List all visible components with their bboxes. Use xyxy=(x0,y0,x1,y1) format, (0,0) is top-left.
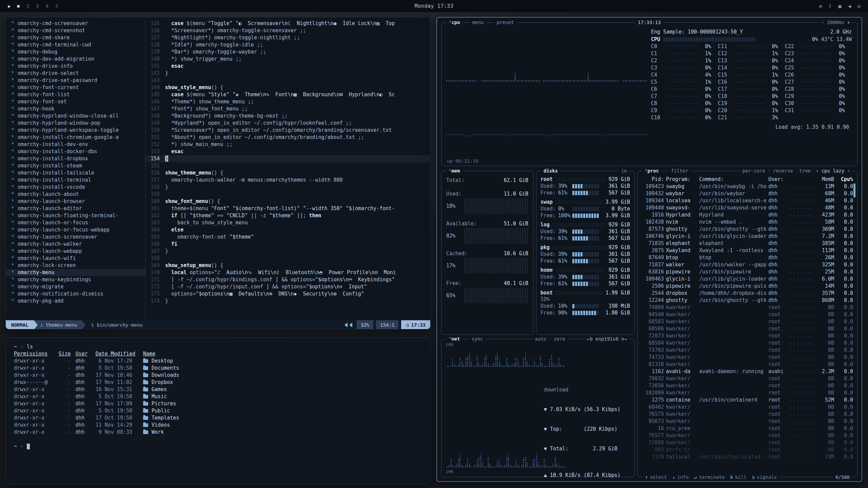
file-tree-item[interactable]: *omarchy-launch-browser xyxy=(6,198,145,205)
process-row[interactable]: 87573ghostty/usr/bin/ghostty --gtk-dhh⠄⠄… xyxy=(637,226,857,233)
auto-button[interactable]: auto xyxy=(532,336,549,342)
code-line[interactable]: 173 options="$options\n▦ Defaults\n⊕ DNS… xyxy=(145,290,430,298)
code-line[interactable]: 135 case $(menu "Toggle" "◐ Screensaver\… xyxy=(145,20,430,27)
process-row[interactable]: 73703kworker/root⠄⠄⠄⠄⠄⠄⠄⠄0B0.0 xyxy=(637,347,857,354)
column-cpu[interactable]: Cpu% xyxy=(836,176,853,183)
code-line[interactable]: 137 *Nightlight*) omarchy-toggle-nightli… xyxy=(145,34,430,41)
code-line[interactable]: 143 xyxy=(145,77,430,84)
column-user[interactable]: User: xyxy=(768,176,787,183)
code-line[interactable]: 151 *About*) open_in_editor ~/.config/om… xyxy=(145,134,430,141)
file-tree[interactable]: *omarchy-cmd-screensaver*omarchy-cmd-scr… xyxy=(6,17,145,320)
code-line[interactable]: 171 [ -f ~/.config/hypr/bindings.conf ] … xyxy=(145,276,430,283)
file-tree-item[interactable]: *omarchy-launch-editor xyxy=(6,205,145,212)
code-editor[interactable]: 135 case $(menu "Toggle" "◐ Screensaver\… xyxy=(145,17,430,320)
process-row[interactable]: 71835elephantelephantdhh⠄⠄⠄⠄⠄⠄⠄⠄385M0.0 xyxy=(637,240,857,247)
file-tree-item[interactable]: *omarchy-font-list xyxy=(6,91,145,98)
process-scrollbar[interactable] xyxy=(853,183,855,198)
process-row[interactable]: 76577kworker/root⠄⠄⠄⠄⠄⠄⠄⠄0B0.0 xyxy=(637,432,857,439)
file-tree-item[interactable]: *omarchy-install-chromium-google-a xyxy=(6,134,145,141)
reverse-button[interactable]: reverse xyxy=(771,167,795,174)
code-line[interactable]: 150 *Screensaver*) open_in_editor ~/.con… xyxy=(145,127,430,134)
process-row[interactable]: 72088kworker/root⠄⠄⠄⠄⠄⠄⠄⠄0B0.0 xyxy=(637,439,857,446)
process-row[interactable]: 2075XwaylandXwayland :1 -rootless -dhh⠄⠄… xyxy=(637,247,857,254)
process-row[interactable]: 74869kworker/root⠄⠄⠄⠄⠄⠄⠄⠄0B0.0 xyxy=(637,304,857,311)
process-row[interactable]: 68586kworker/root⠄⠄⠄⠄⠄⠄⠄⠄0B0.0 xyxy=(637,325,857,332)
workspace-1-active[interactable]: ■ xyxy=(17,4,19,8)
file-tree-item[interactable]: *omarchy-migrate xyxy=(6,283,145,290)
workspace-2[interactable]: 2 xyxy=(26,3,29,9)
process-row[interactable]: 95673kworker/root⠄⠄⠄⠄⠄⠄⠄⠄0B0.0 xyxy=(637,418,857,425)
file-tree-item[interactable]: *omarchy-dev-add-migration xyxy=(6,56,145,63)
menu-button[interactable]: menu xyxy=(470,19,486,26)
file-tree-item[interactable]: *omarchy-install-dropbox xyxy=(6,155,145,162)
process-row[interactable]: 109344localsea/usr/lib/localsearch-exdhh… xyxy=(637,197,857,204)
code-line[interactable]: 138 *Idle*) omarchy-toggle-idle ;; xyxy=(145,41,430,48)
code-line[interactable]: 160show_font_menu() { xyxy=(145,198,430,205)
process-row[interactable]: 73656kworker/root⠄⠄⠄⠄⠄⠄⠄⠄0B0.0 xyxy=(637,382,857,389)
zero-button[interactable]: zero xyxy=(551,336,568,342)
process-row[interactable]: 68583kworker/root⠄⠄⠄⠄⠄⠄⠄⠄0B0.0 xyxy=(637,318,857,325)
footer-select-button[interactable]: ↑select xyxy=(645,474,667,481)
code-line[interactable]: 149 *Hyprland*) open_in_editor ~/.config… xyxy=(145,120,430,127)
file-tree-item[interactable]: *omarchy-hyprland-window-pop xyxy=(6,120,145,127)
footer-signals-button[interactable]: ssignals xyxy=(752,474,777,481)
process-row[interactable]: 81310kworker/root⠄⠄⠄⠄⠄⠄⠄⠄0B0.0 xyxy=(637,361,857,368)
workspace-3[interactable]: 3 xyxy=(36,3,39,9)
code-line[interactable]: 141 esac xyxy=(145,63,430,70)
file-tree-item[interactable]: *omarchy-drive-info xyxy=(6,63,145,70)
column-pid[interactable]: Pid: xyxy=(642,176,664,183)
update-minus-button[interactable]: - xyxy=(822,20,824,25)
sort-prev-button[interactable]: ‹ xyxy=(816,168,818,174)
process-row[interactable]: 74733kworker/root⠄⠄⠄⠄⠄⠄⠄⠄0B0.0 xyxy=(637,354,857,361)
footer-kill-button[interactable]: kkill xyxy=(730,474,746,481)
file-tree-item[interactable]: *omarchy-launch-walker xyxy=(6,241,145,248)
tree-button[interactable]: tree xyxy=(797,167,813,174)
code-line[interactable]: 164 else xyxy=(145,226,430,233)
file-tree-item[interactable]: *omarchy-pkg-add xyxy=(6,298,145,305)
process-row[interactable]: 1916HyprlandHyprlanddhh⠄⠄⠄⠄⠄⠄⠄⠄423M0.0 xyxy=(637,211,857,219)
code-line[interactable]: 144show_style_menu() { xyxy=(145,84,430,91)
file-tree-item[interactable]: *omarchy-lock-screen xyxy=(6,262,145,269)
process-row[interactable]: 68402kworker/root⠄⠄⠄⠄⠄⠄⠄⠄0B0.0 xyxy=(637,404,857,411)
process-row[interactable]: 79032kworker/root⠄⠄⠄⠄⠄⠄⠄⠄0B0.0 xyxy=(637,375,857,382)
file-tree-item[interactable]: *omarchy-launch-webapp xyxy=(6,248,145,255)
file-tree-item[interactable]: *omarchy-menu-keybindings xyxy=(6,276,145,283)
process-row[interactable]: 1162avahi-daavahi-daemon: running [avahi… xyxy=(637,368,857,375)
file-tree-item[interactable]: *omarchy-font-current xyxy=(6,84,145,91)
code-line[interactable]: 145 case $(menu "Style" "◈ Theme\n✎ Font… xyxy=(145,91,430,98)
file-tree-item[interactable]: *omarchy-launch-wifi xyxy=(6,255,145,262)
code-line[interactable]: 139 *Bar*) omarchy-toggle-waybar ;; xyxy=(145,48,430,56)
sync-button[interactable]: sync xyxy=(469,336,486,342)
file-tree-item[interactable]: *omarchy-cmd-screensaver xyxy=(6,20,145,27)
process-row[interactable]: 1275containe/usr/bin/containerdroot⠄⠄⠄⠄⠄… xyxy=(637,396,857,404)
volume-icon[interactable]: ◀ xyxy=(848,3,851,9)
code-line[interactable]: 161 theme=$(menu "Font" "$(omarchy-font-… xyxy=(145,205,430,212)
code-line[interactable]: 142} xyxy=(145,70,430,77)
code-line[interactable]: 157 omarchy-launch-walker -m menus:omarc… xyxy=(145,177,430,184)
code-line[interactable]: 148 *Background*) omarchy-theme-bg-next … xyxy=(145,113,430,120)
code-line[interactable]: 154} xyxy=(145,155,430,162)
file-tree-item[interactable]: *omarchy-install-dev-env xyxy=(6,141,145,148)
code-line[interactable]: 174} xyxy=(145,298,430,305)
workspace-4[interactable]: 4 xyxy=(46,3,48,9)
process-row[interactable]: 109440swayosd-/usr/lib/swayosd-serverdhh… xyxy=(637,204,857,211)
update-plus-button[interactable]: + xyxy=(847,20,850,25)
bluetooth-icon[interactable]: ᛒ xyxy=(829,3,831,9)
footer-terminate-button[interactable]: ↵terminate xyxy=(694,474,725,481)
file-tree-item[interactable]: *omarchy-install-terminal xyxy=(6,177,145,184)
file-tree-item[interactable]: *omarchy-cmd-terminal-cwd xyxy=(6,41,145,48)
file-tree-item[interactable]: *omarchy-hyprland-workspace-toggle xyxy=(6,127,145,134)
per-core-button[interactable]: per-core xyxy=(740,167,768,174)
file-tree-item[interactable]: *omarchy-debug xyxy=(6,48,145,56)
file-tree-item[interactable]: *omarchy-install-steam xyxy=(6,162,145,169)
code-line[interactable]: 156show_theme_menu() { xyxy=(145,169,430,177)
code-line[interactable]: 172 [ -f ~/.config/hypr/input.conf ] && … xyxy=(145,283,430,290)
process-row[interactable]: 71837walker/usr/bin/walker --gappldhh⠄⠄⠄… xyxy=(637,261,857,268)
io-mode-button[interactable]: io xyxy=(619,167,629,174)
terminal-cursor[interactable] xyxy=(27,444,30,449)
file-tree-item[interactable]: *omarchy-font-set xyxy=(6,98,145,105)
file-tree-item[interactable]: *omarchy-launch-screensaver xyxy=(6,233,145,241)
process-row[interactable]: 109463glycin-i/usr/lib/glycin-loadersdhh… xyxy=(637,276,857,283)
footer-info-button[interactable]: ↓info xyxy=(672,474,689,481)
code-line[interactable]: 165 omarchy-font-set "$theme" xyxy=(145,233,430,241)
